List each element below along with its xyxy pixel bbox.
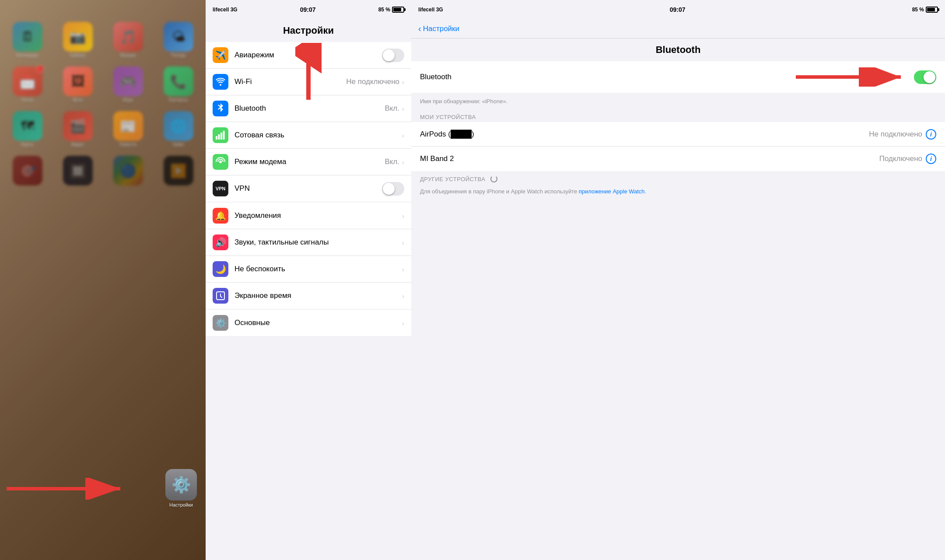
discovery-name-section: Имя при обнаружении: «iPhone». bbox=[411, 94, 945, 110]
general-section: ⚙️ Основные › bbox=[206, 310, 411, 336]
notifications-row[interactable]: 🔔 Уведомления › bbox=[206, 203, 411, 229]
bluetooth-row[interactable]: Bluetooth Вкл. › bbox=[206, 95, 411, 122]
bt-toggle-row[interactable]: Bluetooth bbox=[411, 61, 945, 93]
settings-panel: lifecell 3G 09:07 85 % Настройки ✈️ Авиа… bbox=[206, 0, 411, 560]
hotspot-row[interactable]: Режим модема Вкл. › bbox=[206, 149, 411, 175]
carrier-text: lifecell 3G bbox=[213, 7, 238, 13]
screen-time-chevron: › bbox=[402, 292, 404, 300]
notifications-label: Уведомления bbox=[234, 211, 402, 220]
svg-rect-5 bbox=[218, 134, 220, 140]
sounds-row[interactable]: 🔊 Звуки, тактильные сигналы › bbox=[206, 229, 411, 256]
apple-watch-link[interactable]: приложение Apple Watch bbox=[579, 188, 645, 195]
battery-percent: 85 % bbox=[378, 7, 390, 13]
notifications-icon: 🔔 bbox=[213, 208, 228, 224]
general-icon: ⚙️ bbox=[213, 315, 228, 331]
general-label: Основные bbox=[234, 318, 402, 327]
bluetooth-icon bbox=[213, 101, 228, 116]
bluetooth-toggle[interactable] bbox=[914, 70, 936, 84]
svg-rect-6 bbox=[220, 133, 222, 140]
vpn-row[interactable]: VPN VPN bbox=[206, 175, 411, 202]
sounds-icon: 🔊 bbox=[213, 234, 228, 250]
settings-status-bar: lifecell 3G 09:07 85 % bbox=[206, 0, 411, 19]
wifi-icon bbox=[213, 74, 228, 90]
wifi-value: Не подключено bbox=[346, 77, 399, 86]
back-button[interactable]: Настройки bbox=[423, 24, 459, 33]
arrow-to-toggle bbox=[796, 67, 910, 87]
settings-title: Настройки bbox=[283, 25, 334, 36]
airpods-row[interactable]: AirPods (████) Не подключено i bbox=[411, 122, 945, 147]
hotspot-icon bbox=[213, 154, 228, 170]
other-devices-info: Для объединения в пару iPhone и Apple Wa… bbox=[411, 184, 945, 201]
screen-time-label: Экранное время bbox=[234, 291, 402, 300]
bluetooth-value: Вкл. bbox=[385, 104, 399, 113]
discovery-text: Имя при обнаружении: «iPhone». bbox=[420, 98, 508, 105]
notifications-chevron: › bbox=[402, 212, 404, 220]
airplane-toggle[interactable] bbox=[382, 49, 404, 62]
general-chevron: › bbox=[402, 319, 404, 327]
back-chevron-icon[interactable]: ‹ bbox=[418, 24, 421, 34]
bluetooth-label: Bluetooth bbox=[234, 104, 385, 113]
screen-time-row[interactable]: Экранное время › bbox=[206, 283, 411, 309]
vpn-toggle[interactable] bbox=[382, 182, 404, 196]
miband-status: Подключено bbox=[879, 154, 922, 163]
notifications-section: 🔔 Уведомления › 🔊 Звуки, тактильные сигн… bbox=[206, 203, 411, 309]
miband-label: MI Band 2 bbox=[420, 154, 879, 163]
airpods-label: AirPods (████) bbox=[420, 130, 869, 139]
my-devices-section: AirPods (████) Не подключено i MI Band 2… bbox=[411, 122, 945, 171]
sounds-chevron: › bbox=[402, 239, 404, 246]
airplane-icon: ✈️ bbox=[213, 47, 228, 63]
battery-icon bbox=[392, 7, 404, 13]
dnd-label: Не беспокоить bbox=[234, 265, 402, 273]
time-text: 09:07 bbox=[300, 6, 316, 13]
svg-point-8 bbox=[219, 161, 222, 163]
other-devices-text: Для объединения в пару iPhone и Apple Wa… bbox=[420, 188, 579, 195]
bt-status-bar: lifecell 3G 09:07 85 % bbox=[411, 0, 945, 19]
dnd-row[interactable]: 🌙 Не беспокоить › bbox=[206, 256, 411, 283]
miband-info-button[interactable]: i bbox=[926, 154, 936, 164]
hotspot-chevron: › bbox=[402, 158, 404, 166]
scanning-spinner bbox=[490, 175, 497, 182]
svg-rect-7 bbox=[223, 131, 225, 140]
arrow-to-settings bbox=[7, 478, 129, 500]
screen-time-icon bbox=[213, 288, 228, 304]
bt-battery-percent: 85 % bbox=[912, 7, 924, 13]
bt-battery-icon bbox=[926, 7, 938, 13]
bt-toggle-section: Bluetooth bbox=[411, 61, 945, 93]
my-devices-header: МОИ УСТРОЙСТВА bbox=[411, 110, 945, 122]
cellular-row[interactable]: Сотовая связь › bbox=[206, 122, 411, 149]
svg-rect-4 bbox=[216, 136, 217, 140]
wifi-label: Wi-Fi bbox=[234, 77, 346, 86]
cellular-icon bbox=[213, 127, 228, 143]
dnd-chevron: › bbox=[402, 266, 404, 273]
other-devices-text2: . bbox=[645, 188, 647, 195]
bluetooth-detail-panel: lifecell 3G 09:07 85 % ‹ Настройки Bluet… bbox=[411, 0, 945, 560]
other-devices-header-row: ДРУГИЕ УСТРОЙСТВА bbox=[411, 172, 945, 184]
hotspot-value: Вкл. bbox=[385, 158, 399, 166]
bt-nav-bar: ‹ Настройки bbox=[411, 19, 945, 38]
bt-toggle-label: Bluetooth bbox=[420, 73, 796, 81]
miband-row[interactable]: MI Band 2 Подключено i bbox=[411, 147, 945, 171]
vpn-label: VPN bbox=[234, 184, 382, 193]
other-devices-header: ДРУГИЕ УСТРОЙСТВА bbox=[420, 176, 485, 182]
battery-status: 85 % bbox=[378, 7, 404, 13]
general-row[interactable]: ⚙️ Основные › bbox=[206, 310, 411, 336]
airpods-info-button[interactable]: i bbox=[926, 129, 936, 140]
settings-app-icon[interactable]: ⚙️ Настройки bbox=[165, 469, 197, 508]
dnd-icon: 🌙 bbox=[213, 261, 228, 277]
settings-app-label: Настройки bbox=[169, 502, 193, 508]
network-section: ✈️ Авиарежим Wi-Fi Не подключено › Bluet… bbox=[206, 42, 411, 202]
airpods-status: Не подключено bbox=[869, 130, 922, 139]
bt-time: 09:07 bbox=[670, 6, 686, 13]
bt-battery: 85 % bbox=[912, 7, 938, 13]
home-screen: 🗓 Календарь 📷 Камера 🎵 Музыка 🌤 Погода 📩 bbox=[0, 0, 206, 560]
settings-icon: ⚙️ bbox=[165, 469, 197, 500]
cellular-chevron: › bbox=[402, 132, 404, 139]
bluetooth-chevron: › bbox=[402, 105, 404, 112]
wifi-chevron: › bbox=[402, 78, 404, 86]
cellular-label: Сотовая связь bbox=[234, 131, 402, 140]
bt-title: Bluetooth bbox=[656, 44, 701, 56]
vpn-icon: VPN bbox=[213, 181, 228, 196]
hotspot-label: Режим модема bbox=[234, 158, 385, 166]
bt-title-bar: Bluetooth bbox=[411, 38, 945, 61]
bt-carrier: lifecell 3G bbox=[418, 7, 443, 13]
